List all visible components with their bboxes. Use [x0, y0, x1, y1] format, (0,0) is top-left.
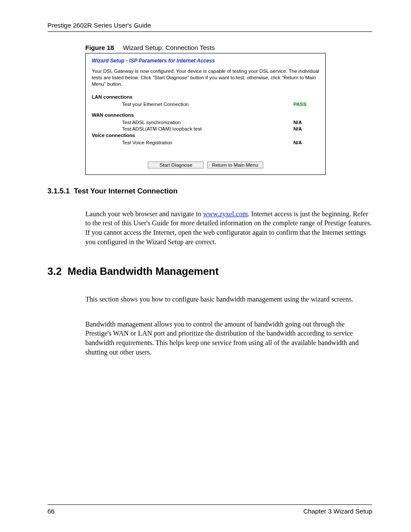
test-status: N/A — [293, 140, 319, 145]
section-paragraph-1: This section shows you how to configure … — [85, 295, 372, 304]
chapter-label: Chapter 3 Wizard Setup — [303, 507, 372, 515]
wizard-screenshot: Wizard Setup - ISP Parameters for Intern… — [85, 53, 326, 175]
test-label: Test ADSL(ATM OAM) loopback test — [92, 126, 293, 131]
wizard-intro: Your DSL Gateway is now configured. Your… — [92, 68, 319, 87]
subsection-paragraph: Launch your web browser and navigate to … — [85, 209, 372, 246]
start-diagnose-button[interactable]: Start Diagnose — [148, 162, 204, 168]
page-footer: 66 Chapter 3 Wizard Setup — [47, 504, 372, 515]
page-number: 66 — [47, 507, 55, 515]
test-status: N/A — [293, 126, 319, 131]
test-status: N/A — [293, 120, 319, 125]
figure-caption: Figure 18 Wizard Setup: Connection Tests — [85, 44, 372, 51]
figure-number: Figure 18 — [85, 44, 114, 51]
test-label: Test Voice Registration — [92, 140, 293, 145]
return-main-menu-button[interactable]: Return to Main Menu — [207, 162, 263, 168]
zyxel-link[interactable]: www.zyxel.com — [203, 210, 248, 218]
running-header: Prestige 2602R Series User's Guide — [47, 22, 372, 32]
section-paragraph-2: Bandwidth management allows you to contr… — [85, 320, 372, 357]
test-label: Test your Ethernet Connection — [92, 102, 293, 107]
test-row: Test your Ethernet Connection PASS — [92, 102, 319, 107]
test-row: Test Voice Registration N/A — [92, 140, 319, 145]
test-label: Test ADSL synchronization — [92, 120, 293, 125]
test-status: PASS — [293, 102, 319, 107]
lan-heading: LAN connections — [92, 94, 319, 100]
voice-heading: Voice connections — [92, 133, 319, 138]
section-heading: 3.2 Media Bandwidth Management — [47, 265, 372, 277]
wan-heading: WAN connections — [92, 112, 319, 118]
subsection-heading: 3.1.5.1 Test Your Internet Connection — [47, 187, 372, 196]
wizard-title: Wizard Setup - ISP Parameters for Intern… — [92, 58, 319, 64]
test-row: Test ADSL synchronization N/A — [92, 120, 319, 125]
figure-title: Wizard Setup: Connection Tests — [123, 44, 215, 51]
test-row: Test ADSL(ATM OAM) loopback test N/A — [92, 126, 319, 131]
